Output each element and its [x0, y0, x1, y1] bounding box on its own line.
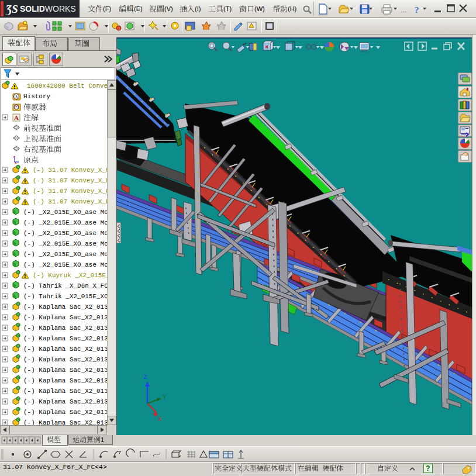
svg-text:(T): (T) [223, 5, 232, 12]
svg-text:?: ? [415, 5, 419, 15]
svg-text:X: X [158, 416, 161, 423]
svg-text:Z: Z [144, 374, 147, 381]
svg-text:(W): (W) [254, 5, 265, 12]
svg-text:(I): (I) [195, 5, 201, 12]
svg-text:Y: Y [163, 394, 166, 401]
svg-text:(H): (H) [288, 5, 296, 12]
svg-text:…: … [401, 6, 407, 13]
svg-text:(E): (E) [134, 5, 143, 12]
svg-text:(V): (V) [164, 5, 173, 12]
svg-text:A: A [14, 114, 19, 121]
